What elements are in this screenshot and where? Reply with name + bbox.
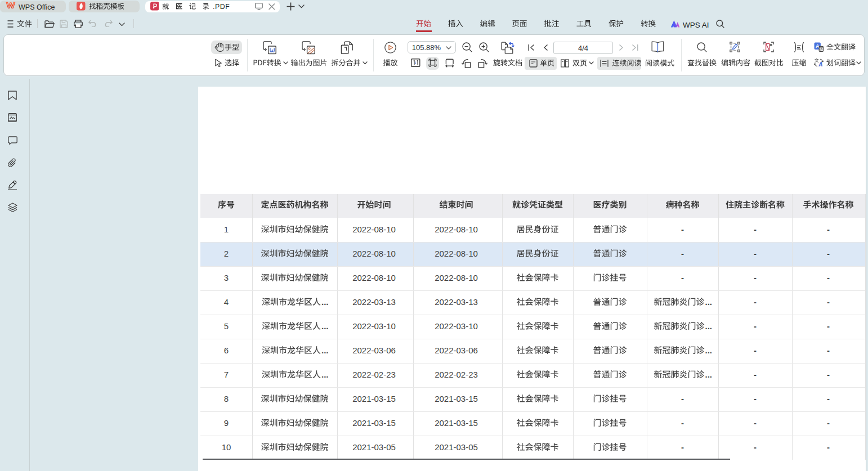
svg-text:A: A (818, 61, 822, 68)
